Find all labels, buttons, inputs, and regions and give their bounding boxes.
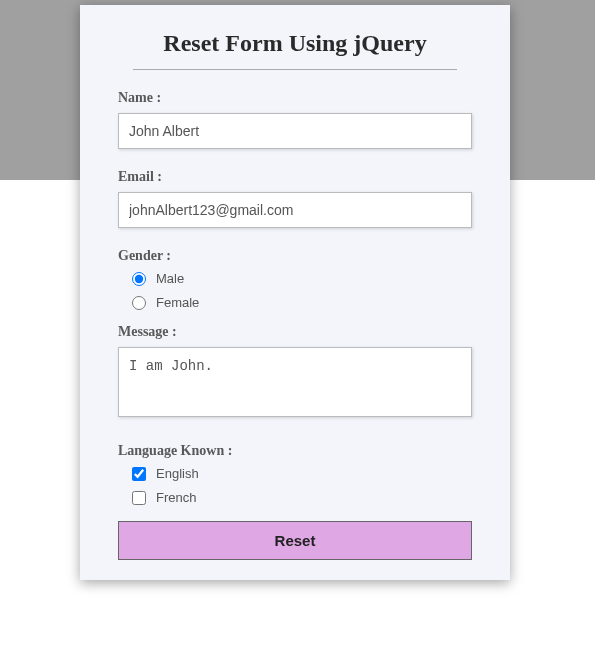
gender-radio-group: Male Female — [118, 271, 472, 310]
form-container: Reset Form Using jQuery Name : Email : G… — [80, 5, 510, 580]
message-label: Message : — [118, 324, 472, 340]
language-label: Language Known : — [118, 443, 472, 459]
gender-radio-male[interactable] — [132, 272, 146, 286]
email-label: Email : — [118, 169, 472, 185]
language-checkbox-french[interactable] — [132, 491, 146, 505]
gender-radio-male-label: Male — [156, 271, 184, 286]
email-input[interactable] — [118, 192, 472, 228]
gender-label: Gender : — [118, 248, 472, 264]
gender-radio-female[interactable] — [132, 296, 146, 310]
language-checkbox-english-label: English — [156, 466, 199, 481]
radio-row-female: Female — [132, 295, 472, 310]
checkbox-row-french: French — [132, 490, 472, 505]
name-label: Name : — [118, 90, 472, 106]
reset-button[interactable]: Reset — [118, 521, 472, 560]
language-checkbox-group: English French — [118, 466, 472, 505]
divider — [133, 69, 457, 70]
name-input[interactable] — [118, 113, 472, 149]
message-textarea[interactable]: I am John. — [118, 347, 472, 417]
checkbox-row-english: English — [132, 466, 472, 481]
language-checkbox-french-label: French — [156, 490, 196, 505]
gender-radio-female-label: Female — [156, 295, 199, 310]
radio-row-male: Male — [132, 271, 472, 286]
language-checkbox-english[interactable] — [132, 467, 146, 481]
form-title: Reset Form Using jQuery — [118, 30, 472, 57]
